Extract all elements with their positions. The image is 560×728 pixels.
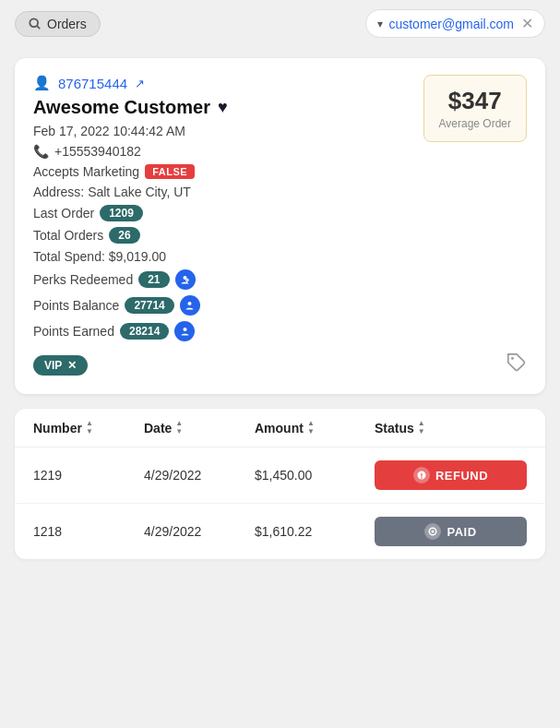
col-date-label: Date — [144, 421, 172, 436]
refund-status-icon — [413, 467, 430, 483]
table-row[interactable]: 1219 4/29/2022 $1,450.00 REFUND — [15, 448, 545, 504]
orders-label: Orders — [47, 17, 87, 31]
svg-point-5 — [188, 302, 192, 305]
points-balance-value: 27714 — [125, 297, 173, 314]
vip-tag-label: VIP — [44, 359, 62, 372]
points-balance-icon[interactable] — [180, 295, 200, 316]
external-link-icon[interactable]: ↗ — [135, 77, 145, 90]
points-earned-value: 28214 — [120, 323, 169, 340]
phone-icon: 📞 — [33, 144, 49, 159]
customer-id[interactable]: 876715444 — [58, 76, 127, 91]
perks-label: Perks Redeemed — [33, 272, 133, 287]
table-row[interactable]: 1218 4/29/2022 $1,610.22 PAID — [15, 504, 545, 559]
customer-email: customer@gmail.com — [388, 17, 514, 31]
points-balance-label: Points Balance — [33, 298, 119, 313]
sort-number-icon: ▲▼ — [86, 420, 93, 436]
perks-value: 21 — [138, 271, 169, 288]
refund-status-button[interactable]: REFUND — [375, 460, 527, 490]
avg-order-box: $347 Average Order — [423, 75, 528, 142]
total-orders-label: Total Orders — [33, 228, 103, 243]
col-number-label: Number — [33, 421, 82, 436]
paid-status-button[interactable]: PAID — [375, 517, 527, 546]
perks-icon[interactable] — [175, 269, 196, 290]
paid-label: PAID — [447, 525, 476, 539]
col-number[interactable]: Number ▲▼ — [33, 420, 144, 436]
accepts-marketing-badge: FALSE — [145, 164, 195, 179]
last-order-line: Last Order 1209 — [33, 205, 527, 221]
sort-date-icon: ▲▼ — [175, 420, 183, 436]
last-order-value[interactable]: 1209 — [100, 205, 143, 221]
total-orders-value: 26 — [109, 227, 139, 244]
perks-line: Perks Redeemed 21 — [33, 269, 527, 290]
col-amount-label: Amount — [255, 421, 304, 436]
search-icon — [29, 18, 42, 30]
customer-name: Awesome Customer — [33, 97, 210, 118]
col-status-label: Status — [375, 421, 414, 436]
customer-phone-line: 📞 +15553940182 — [33, 144, 527, 159]
total-spend-line: Total Spend: $9,019.00 — [33, 249, 527, 264]
order-amount: $1,450.00 — [255, 468, 375, 483]
heart-icon: ♥ — [218, 98, 228, 117]
col-status[interactable]: Status ▲▼ — [375, 420, 527, 436]
avg-order-label: Average Order — [439, 117, 512, 130]
close-icon[interactable]: ✕ — [521, 15, 533, 32]
order-status[interactable]: PAID — [375, 517, 527, 546]
orders-table: Number ▲▼ Date ▲▼ Amount ▲▼ Status ▲▼ 12… — [15, 409, 545, 559]
customer-card: $347 Average Order 👤 876715444 ↗ Awesome… — [15, 58, 545, 394]
points-earned-line: Points Earned 28214 — [33, 321, 527, 341]
sort-amount-icon: ▲▼ — [307, 420, 315, 436]
svg-point-6 — [183, 328, 186, 331]
total-spend-text: Total Spend: $9,019.00 — [33, 249, 166, 264]
col-amount[interactable]: Amount ▲▼ — [255, 420, 375, 436]
points-earned-label: Points Earned — [33, 324, 114, 339]
order-amount: $1,610.22 — [255, 524, 375, 539]
svg-line-1 — [37, 26, 40, 29]
total-orders-line: Total Orders 26 — [33, 227, 527, 244]
points-balance-line: Points Balance 27714 — [33, 295, 527, 316]
order-status[interactable]: REFUND — [375, 460, 527, 490]
add-tag-icon[interactable] — [506, 352, 527, 377]
vip-tag[interactable]: VIP ✕ — [33, 355, 88, 376]
sort-status-icon: ▲▼ — [418, 420, 425, 436]
order-number: 1219 — [33, 468, 144, 483]
customer-pill[interactable]: ▾ customer@gmail.com ✕ — [365, 9, 545, 38]
svg-point-0 — [30, 18, 38, 27]
top-bar: Orders ▾ customer@gmail.com ✕ — [0, 0, 560, 47]
accepts-marketing-line: Accepts Marketing FALSE — [33, 164, 527, 179]
vip-tag-close-icon[interactable]: ✕ — [67, 359, 77, 372]
table-header: Number ▲▼ Date ▲▼ Amount ▲▼ Status ▲▼ — [15, 409, 545, 448]
col-date[interactable]: Date ▲▼ — [144, 420, 255, 436]
order-number: 1218 — [33, 524, 144, 539]
chevron-icon: ▾ — [377, 18, 383, 30]
address-text: Address: Salt Lake City, UT — [33, 185, 191, 199]
order-date: 4/29/2022 — [144, 524, 255, 539]
tag-row: VIP ✕ — [33, 352, 527, 377]
customer-date: Feb 17, 2022 10:44:42 AM — [33, 124, 185, 138]
accepts-marketing-label: Accepts Marketing — [33, 164, 139, 179]
order-date: 4/29/2022 — [144, 468, 255, 483]
address-line: Address: Salt Lake City, UT — [33, 185, 527, 199]
main-content: $347 Average Order 👤 876715444 ↗ Awesome… — [0, 47, 560, 570]
svg-point-8 — [432, 531, 435, 533]
orders-button[interactable]: Orders — [15, 11, 101, 37]
refund-label: REFUND — [435, 469, 488, 483]
customer-phone: +15553940182 — [54, 144, 141, 159]
person-icon: 👤 — [33, 75, 51, 91]
last-order-label: Last Order — [33, 206, 94, 221]
avg-order-amount: $347 — [439, 87, 512, 115]
points-earned-icon[interactable] — [174, 321, 195, 341]
paid-status-icon — [424, 523, 441, 540]
